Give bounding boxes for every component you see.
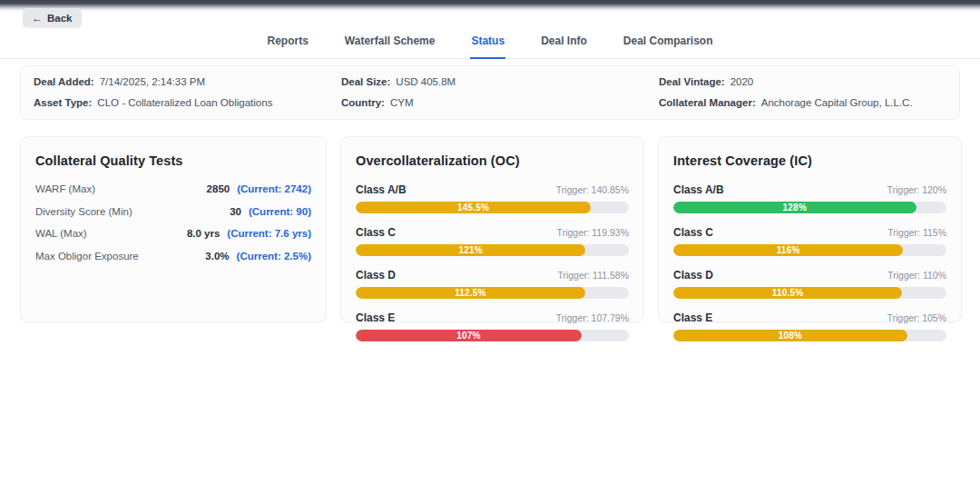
deal-info-item-deal-vintage: Deal Vintage:2020 (659, 76, 950, 88)
oc-class-label: Class C (356, 226, 396, 239)
ic-trigger-label: Trigger: 120% (887, 184, 946, 195)
clo-deal-status-page: ← Back ReportsWaterfall SchemeStatusDeal… (0, 0, 980, 484)
deal-info-column-2: Deal Size:USD 405.8MCountry:CYM (341, 76, 659, 109)
deal-info-label: Deal Added: (34, 76, 94, 87)
tab-bar: ReportsWaterfall SchemeStatusDeal InfoDe… (0, 28, 980, 59)
collateral-quality-tests-title: Collateral Quality Tests (35, 153, 311, 168)
oc-class-label: Class E (356, 311, 395, 324)
tab-status[interactable]: Status (470, 28, 505, 59)
deal-info-item-collateral-manager: Collateral Manager:Anchorage Capital Gro… (659, 97, 950, 109)
deal-info-value: USD 405.8M (396, 76, 456, 87)
ic-bar-track: 116% (673, 244, 946, 256)
deal-info-column-1: Deal Added:7/14/2025, 2:14:33 PMAsset Ty… (34, 76, 341, 109)
quality-test-row-max-obligor-exposure: Max Obligor Exposure3.0%(Current: 2.5%) (35, 251, 311, 262)
oc-bar-track: 145.5% (356, 202, 629, 213)
deal-info-value: 7/14/2025, 2:14:33 PM (100, 76, 205, 87)
oc-bar-track: 112.5% (356, 287, 629, 299)
deal-info-label: Deal Size: (341, 76, 390, 87)
oc-class-label: Class D (356, 269, 396, 282)
oc-bar-fill: 145.5% (356, 202, 591, 213)
ic-row-class-e: Class ETrigger: 105%108% (673, 311, 946, 341)
oc-row-head: Class CTrigger: 119.93% (356, 226, 629, 239)
ic-class-label: Class A/B (673, 183, 724, 196)
quality-test-current: (Current: 2742) (237, 183, 311, 194)
oc-trigger-label: Trigger: 119.93% (557, 227, 629, 238)
oc-row-head: Class A/BTrigger: 140.85% (356, 183, 629, 196)
ic-bar-fill: 128% (673, 202, 916, 213)
quality-test-limit: 3.0% (205, 251, 229, 262)
quality-test-limit: 2850 (207, 183, 230, 194)
ic-row-head: Class A/BTrigger: 120% (673, 183, 946, 196)
quality-test-limit: 30 (230, 206, 241, 217)
deal-info-column-3: Deal Vintage:2020Collateral Manager:Anch… (659, 76, 950, 109)
oc-row-class-d: Class DTrigger: 111.58%112.5% (356, 269, 629, 299)
oc-row-class-e: Class ETrigger: 107.79%107% (356, 311, 629, 341)
ic-trigger-label: Trigger: 110% (887, 270, 946, 281)
ic-row-class-a-b: Class A/BTrigger: 120%128% (673, 183, 946, 213)
deal-info-label: Deal Vintage: (659, 76, 725, 87)
deal-info-label: Collateral Manager: (659, 97, 756, 108)
quality-test-row-wal-max: WAL (Max)8.0 yrs(Current: 7.6 yrs) (35, 228, 311, 239)
deal-info-value: Anchorage Capital Group, L.L.C. (761, 97, 913, 108)
quality-test-label: WARF (Max) (35, 183, 207, 194)
quality-test-label: Diversity Score (Min) (35, 206, 230, 217)
deal-info-item-deal-added: Deal Added:7/14/2025, 2:14:33 PM (34, 76, 341, 88)
ic-bars: Class A/BTrigger: 120%128%Class CTrigger… (673, 183, 946, 341)
quality-tests-rows: WARF (Max)2850(Current: 2742)Diversity S… (35, 183, 311, 262)
ic-bar-track: 110.5% (673, 287, 946, 299)
oc-class-label: Class A/B (356, 183, 407, 196)
oc-bar-fill: 107% (356, 330, 582, 341)
ic-row-class-d: Class DTrigger: 110%110.5% (673, 269, 946, 299)
oc-row-head: Class ETrigger: 107.79% (356, 311, 629, 324)
quality-test-limit: 8.0 yrs (187, 228, 220, 239)
quality-test-label: WAL (Max) (35, 228, 187, 239)
overcollateralization-title: Overcollateralization (OC) (356, 153, 629, 168)
window-top-edge (0, 0, 980, 12)
ic-bar-track: 128% (673, 202, 946, 213)
quality-test-row-warf-max: WARF (Max)2850(Current: 2742) (35, 183, 311, 194)
ic-class-label: Class E (673, 311, 712, 324)
back-arrow-icon: ← (32, 13, 43, 24)
quality-test-current: (Current: 90) (249, 206, 311, 217)
interest-coverage-card: Interest Coverage (IC) Class A/BTrigger:… (658, 136, 962, 322)
ic-row-head: Class CTrigger: 115% (673, 226, 946, 239)
oc-row-head: Class DTrigger: 111.58% (356, 269, 629, 282)
tab-waterfall-scheme[interactable]: Waterfall Scheme (344, 28, 436, 59)
oc-trigger-label: Trigger: 111.58% (557, 270, 629, 281)
ic-class-label: Class C (673, 226, 713, 239)
oc-trigger-label: Trigger: 107.79% (556, 312, 629, 323)
ic-trigger-label: Trigger: 105% (887, 312, 946, 323)
cards-row: Collateral Quality Tests WARF (Max)2850(… (20, 136, 962, 322)
oc-row-class-a-b: Class A/BTrigger: 140.85%145.5% (356, 183, 629, 213)
quality-test-current: (Current: 2.5%) (237, 251, 311, 262)
deal-info-item-country: Country:CYM (341, 97, 659, 109)
oc-bar-fill: 121% (356, 244, 585, 256)
ic-bar-fill: 110.5% (673, 287, 902, 299)
ic-bar-fill: 116% (673, 244, 903, 256)
interest-coverage-title: Interest Coverage (IC) (673, 153, 946, 168)
quality-test-current: (Current: 7.6 yrs) (227, 228, 311, 239)
quality-test-label: Max Obligor Exposure (35, 251, 205, 262)
deal-info-bar: Deal Added:7/14/2025, 2:14:33 PMAsset Ty… (20, 65, 960, 120)
ic-trigger-label: Trigger: 115% (887, 227, 946, 238)
oc-trigger-label: Trigger: 140.85% (556, 184, 629, 195)
deal-info-label: Country: (341, 97, 385, 108)
tab-reports[interactable]: Reports (267, 28, 309, 59)
quality-test-row-diversity-score-min: Diversity Score (Min)30(Current: 90) (35, 206, 311, 217)
deal-info-value: CYM (390, 97, 414, 108)
tab-deal-comparison[interactable]: Deal Comparison (622, 28, 714, 59)
deal-info-item-deal-size: Deal Size:USD 405.8M (341, 76, 659, 88)
deal-info-label: Asset Type: (34, 97, 92, 108)
oc-bar-fill: 112.5% (356, 287, 585, 299)
oc-bar-track: 121% (356, 244, 629, 256)
oc-row-class-c: Class CTrigger: 119.93%121% (356, 226, 629, 256)
ic-class-label: Class D (673, 269, 713, 282)
tab-deal-info[interactable]: Deal Info (540, 28, 588, 59)
ic-bar-fill: 108% (673, 330, 907, 341)
back-button-label: Back (47, 13, 73, 24)
overcollateralization-card: Overcollateralization (OC) Class A/BTrig… (340, 136, 644, 322)
oc-bar-track: 107% (356, 330, 629, 341)
collateral-quality-tests-card: Collateral Quality Tests WARF (Max)2850(… (20, 136, 327, 322)
ic-row-head: Class DTrigger: 110% (673, 269, 946, 282)
back-button[interactable]: ← Back (23, 8, 82, 27)
